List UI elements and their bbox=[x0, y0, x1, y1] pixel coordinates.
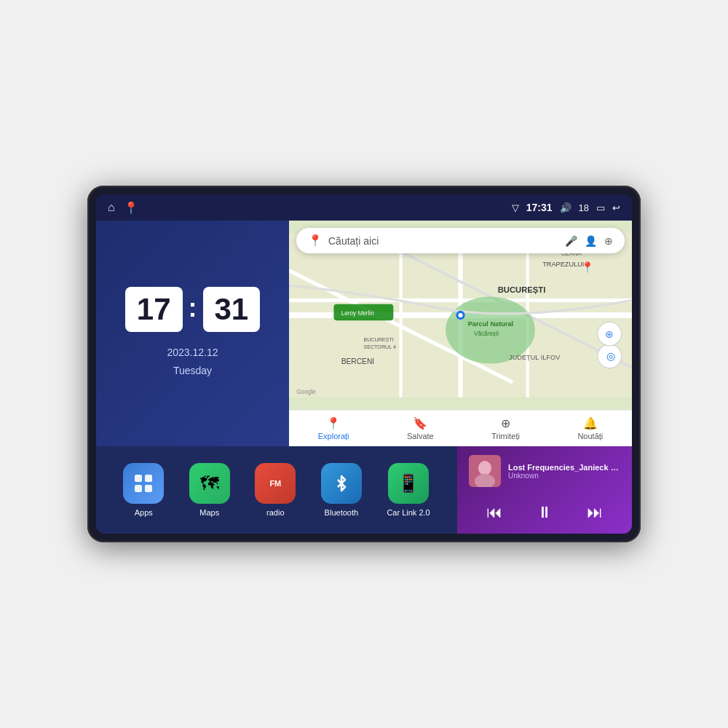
svg-text:Parcul Natural: Parcul Natural bbox=[468, 320, 513, 328]
carlink-label: Car Link 2.0 bbox=[387, 508, 430, 517]
explore-label: Explorați bbox=[318, 432, 349, 440]
battery-icon: ▭ bbox=[596, 202, 605, 213]
svg-point-33 bbox=[478, 461, 491, 475]
clock-hours: 17 bbox=[125, 287, 183, 332]
music-info: Lost Frequencies_Janieck Devy-... Unknow… bbox=[469, 455, 620, 487]
mic-icon[interactable]: 🎤 bbox=[565, 235, 577, 247]
bottom-section: Apps 🗺 Maps FM radio bbox=[96, 446, 632, 534]
svg-rect-30 bbox=[135, 485, 142, 492]
svg-rect-29 bbox=[145, 475, 152, 482]
status-time: 17:31 bbox=[526, 202, 553, 213]
map-search-input[interactable]: Căutați aici bbox=[328, 235, 559, 247]
clock-minutes: 31 bbox=[203, 287, 261, 332]
map-search-bar[interactable]: 📍 Căutați aici 🎤 👤 ⊕ bbox=[296, 228, 625, 253]
back-icon[interactable]: ↩ bbox=[612, 202, 620, 213]
map-nav-send[interactable]: ⊕ Trimiteți bbox=[491, 416, 520, 440]
news-icon: 🔔 bbox=[583, 416, 598, 430]
map-nav-saved[interactable]: 🔖 Salvate bbox=[407, 416, 434, 440]
svg-text:JUDEȚUL ILFOV: JUDEȚUL ILFOV bbox=[509, 354, 561, 361]
svg-text:TRAPEZULUI: TRAPEZULUI bbox=[542, 261, 584, 268]
play-pause-button[interactable]: ⏸ bbox=[534, 500, 555, 525]
signal-icon: ▽ bbox=[512, 202, 519, 213]
svg-text:⊕: ⊕ bbox=[605, 328, 614, 340]
map-pin-icon: 📍 bbox=[308, 234, 323, 248]
svg-text:📍: 📍 bbox=[581, 261, 594, 274]
bluetooth-label: Bluetooth bbox=[325, 508, 358, 517]
map-nav-explore[interactable]: 📍 Explorați bbox=[318, 416, 349, 440]
music-controls: ⏮ ⏸ ⏭ bbox=[469, 500, 620, 525]
svg-rect-28 bbox=[135, 475, 142, 482]
status-right: ▽ 17:31 🔊 18 ▭ ↩ bbox=[512, 202, 620, 213]
explore-icon: 📍 bbox=[326, 416, 341, 430]
music-thumbnail bbox=[469, 455, 501, 487]
saved-icon: 🔖 bbox=[413, 416, 427, 430]
app-icon-bluetooth[interactable]: Bluetooth bbox=[321, 463, 362, 517]
maps-shortcut-icon[interactable]: 📍 bbox=[124, 201, 138, 215]
car-head-unit: ⌂ 📍 ▽ 17:31 🔊 18 ▭ ↩ 17 : bbox=[87, 186, 641, 542]
account-icon[interactable]: 👤 bbox=[585, 235, 597, 247]
clock-widget: 17 : 31 2023.12.12 Tuesday bbox=[96, 221, 289, 446]
apps-icon-bg bbox=[123, 463, 164, 504]
clock-separator: : bbox=[189, 293, 197, 323]
bluetooth-icon-bg bbox=[321, 463, 362, 504]
status-left: ⌂ 📍 bbox=[108, 201, 138, 215]
music-text: Lost Frequencies_Janieck Devy-... Unknow… bbox=[508, 463, 620, 480]
layers-icon[interactable]: ⊕ bbox=[604, 235, 613, 247]
svg-rect-31 bbox=[145, 485, 152, 492]
app-icon-radio[interactable]: FM radio bbox=[255, 463, 296, 517]
app-icon-apps[interactable]: Apps bbox=[123, 463, 164, 517]
svg-text:Google: Google bbox=[296, 389, 316, 395]
music-artist: Unknown bbox=[508, 472, 620, 480]
svg-text:BUCUREȘTI: BUCUREȘTI bbox=[498, 285, 546, 294]
apps-panel: Apps 🗺 Maps FM radio bbox=[96, 446, 457, 534]
map-bottom-bar: 📍 Explorați 🔖 Salvate ⊕ Trimiteți 🔔 bbox=[289, 410, 632, 446]
svg-text:SECTORUL 4: SECTORUL 4 bbox=[363, 344, 396, 350]
map-widget[interactable]: 📍 Căutați aici 🎤 👤 ⊕ bbox=[289, 221, 632, 446]
prev-button[interactable]: ⏮ bbox=[483, 500, 505, 525]
app-icon-maps[interactable]: 🗺 Maps bbox=[189, 463, 230, 517]
app-icon-carlink[interactable]: 📱 Car Link 2.0 bbox=[387, 463, 430, 517]
news-label: Noutăți bbox=[577, 432, 603, 440]
saved-label: Salvate bbox=[407, 432, 434, 440]
send-label: Trimiteți bbox=[491, 432, 520, 440]
maps-icon-bg: 🗺 bbox=[189, 463, 230, 504]
music-title: Lost Frequencies_Janieck Devy-... bbox=[508, 463, 620, 472]
radio-label: radio bbox=[266, 508, 284, 517]
clock-date: 2023.12.12 Tuesday bbox=[167, 344, 218, 380]
svg-text:◎: ◎ bbox=[606, 350, 615, 362]
map-nav-news[interactable]: 🔔 Noutăți bbox=[577, 416, 603, 440]
music-panel: Lost Frequencies_Janieck Devy-... Unknow… bbox=[457, 446, 632, 534]
svg-text:BUCUREȘTI: BUCUREȘTI bbox=[363, 337, 393, 343]
maps-label: Maps bbox=[199, 508, 219, 517]
status-bar: ⌂ 📍 ▽ 17:31 🔊 18 ▭ ↩ bbox=[96, 194, 632, 221]
send-icon: ⊕ bbox=[501, 416, 510, 430]
screen: ⌂ 📍 ▽ 17:31 🔊 18 ▭ ↩ 17 : bbox=[96, 194, 632, 534]
clock-display: 17 : 31 bbox=[125, 287, 260, 332]
volume-icon: 🔊 bbox=[560, 202, 571, 213]
svg-text:BERCENI: BERCENI bbox=[341, 357, 374, 365]
home-icon[interactable]: ⌂ bbox=[108, 201, 115, 214]
top-section: 17 : 31 2023.12.12 Tuesday 📍 Căutați aic… bbox=[96, 221, 632, 446]
svg-point-20 bbox=[458, 313, 462, 317]
radio-icon-bg: FM bbox=[255, 463, 296, 504]
main-content: 17 : 31 2023.12.12 Tuesday 📍 Căutați aic… bbox=[96, 221, 632, 534]
svg-text:Leroy Merlin: Leroy Merlin bbox=[341, 310, 374, 317]
apps-label: Apps bbox=[135, 508, 153, 517]
battery-level: 18 bbox=[579, 202, 589, 213]
map-search-icons: 🎤 👤 ⊕ bbox=[565, 235, 613, 247]
next-button[interactable]: ⏭ bbox=[584, 500, 606, 525]
svg-text:Văcărești: Văcărești bbox=[474, 331, 499, 337]
carlink-icon-bg: 📱 bbox=[388, 463, 429, 504]
